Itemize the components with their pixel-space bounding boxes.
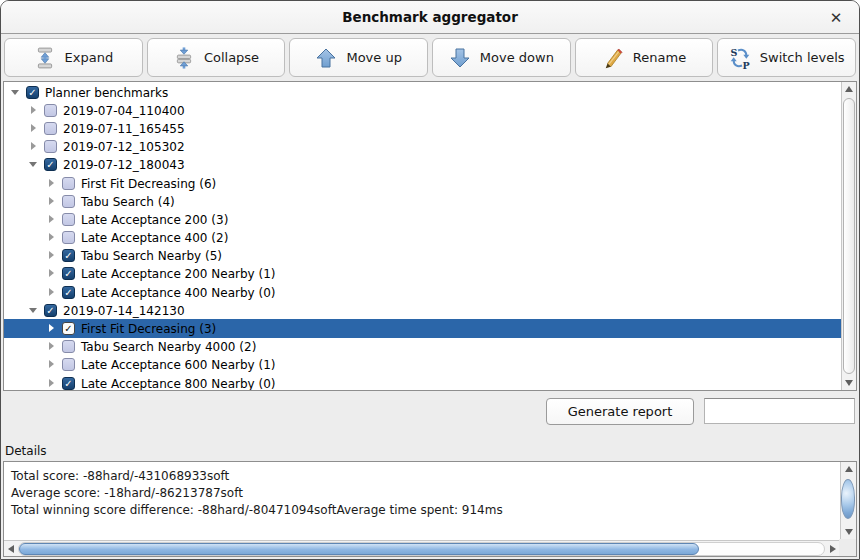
tree-vertical-scrollbar[interactable] [841,82,856,390]
tree-scrollbar-thumb[interactable] [843,98,855,374]
tree-row[interactable]: Late Acceptance 200 (3) [4,210,841,228]
expand-arrow-icon[interactable] [47,341,57,352]
checkbox[interactable]: ✓ [62,377,75,390]
expand-button[interactable]: Expand [4,38,143,77]
scroll-down-icon[interactable] [842,376,856,390]
tree-row[interactable]: ✓First Fit Decreasing (3) [4,319,841,337]
tree-row[interactable]: ✓Late Acceptance 400 Nearby (0) [4,283,841,301]
svg-text:S: S [730,47,737,58]
checkbox[interactable]: ✓ [44,158,57,171]
details-horizontal-scrollbar[interactable] [4,540,839,556]
expand-arrow-icon[interactable] [47,196,57,207]
close-icon[interactable]: ✕ [825,7,847,29]
checkbox[interactable]: ✓ [62,267,75,280]
checkbox[interactable] [62,213,75,226]
checkbox[interactable]: ✓ [62,249,75,262]
tree-row[interactable]: 2019-07-04_110400 [4,101,841,119]
details-vertical-scrollbar[interactable] [840,462,856,539]
move-down-button-label: Move down [480,50,554,65]
tree-row[interactable]: Tabu Search (4) [4,192,841,210]
details-hscroll-thumb[interactable] [19,543,699,555]
tree-row[interactable]: ✓Tabu Search Nearby (5) [4,247,841,265]
switch-levels-icon: S P [729,47,751,69]
scroll-up-icon[interactable] [841,462,856,476]
checkbox[interactable] [62,231,75,244]
switch-levels-button[interactable]: S P Switch levels [717,38,856,77]
collapse-button[interactable]: Collapse [147,38,286,77]
checkbox[interactable] [44,140,57,153]
collapse-arrow-icon[interactable] [11,87,21,98]
move-down-button[interactable]: Move down [432,38,571,77]
generate-report-button[interactable]: Generate report [546,398,694,425]
expand-arrow-icon[interactable] [47,378,57,389]
rename-button-label: Rename [633,50,686,65]
collapse-arrow-icon[interactable] [29,159,39,170]
tree-row[interactable]: ✓Late Acceptance 200 Nearby (1) [4,265,841,283]
tree-row[interactable]: Late Acceptance 600 Nearby (1) [4,356,841,374]
tree-item-label: Late Acceptance 400 (2) [81,230,228,245]
details-line: Average score: -18hard/-86213787soft [11,485,839,502]
tree-row[interactable]: Tabu Search Nearby 4000 (2) [4,338,841,356]
expand-arrow-icon[interactable] [47,287,57,298]
tree-item-label: 2019-07-04_110400 [63,103,185,118]
expand-arrow-icon[interactable] [47,323,57,334]
checkbox[interactable] [44,104,57,117]
tree-item-label: Late Acceptance 200 Nearby (1) [81,266,276,281]
checkbox[interactable] [62,340,75,353]
expand-arrow-icon[interactable] [47,178,57,189]
tree-row[interactable]: First Fit Decreasing (6) [4,174,841,192]
scroll-up-icon[interactable] [842,82,856,96]
details-line: Total score: -88hard/-431068933soft [11,468,839,485]
tree-item-label: 2019-07-12_105302 [63,139,185,154]
tree-item-label: Tabu Search Nearby (5) [81,248,222,263]
move-up-button[interactable]: Move up [289,38,428,77]
tree-row[interactable]: 2019-07-12_105302 [4,138,841,156]
details-vscroll-thumb[interactable] [841,479,855,519]
rename-button[interactable]: Rename [575,38,714,77]
expand-arrow-icon[interactable] [47,232,57,243]
checkbox[interactable] [62,177,75,190]
report-row: Generate report [1,391,859,431]
details-text: Total score: -88hard/-431068933softAvera… [4,462,839,539]
tree-item-label: Planner benchmarks [45,85,168,100]
details-panel: Total score: -88hard/-431068933softAvera… [3,461,857,557]
report-name-field[interactable] [704,398,855,424]
tree-item-label: First Fit Decreasing (6) [81,176,216,191]
checkbox[interactable]: ✓ [62,286,75,299]
checkbox[interactable]: ✓ [62,322,75,335]
expand-arrow-icon[interactable] [29,123,39,134]
tree-row[interactable]: ✓Planner benchmarks [4,83,841,101]
details-hscroll-track[interactable] [18,542,825,556]
benchmark-tree-panel: ✓Planner benchmarks2019-07-04_1104002019… [3,81,857,391]
tree-row[interactable]: ✓Late Acceptance 800 Nearby (0) [4,374,841,390]
expand-arrow-icon[interactable] [29,105,39,116]
tree-item-label: 2019-07-12_180043 [63,157,185,172]
checkbox[interactable] [44,122,57,135]
tree-row[interactable]: Late Acceptance 400 (2) [4,229,841,247]
tree-item-label: Late Acceptance 400 Nearby (0) [81,285,276,300]
tree-row[interactable]: ✓2019-07-14_142130 [4,301,841,319]
expand-arrow-icon[interactable] [29,141,39,152]
move-up-button-label: Move up [346,50,402,65]
tree-item-label: Late Acceptance 200 (3) [81,212,228,227]
expand-arrow-icon[interactable] [47,250,57,261]
rename-icon [602,47,624,69]
tree-row[interactable]: 2019-07-11_165455 [4,119,841,137]
checkbox[interactable]: ✓ [26,86,39,99]
expand-arrow-icon[interactable] [47,214,57,225]
expand-arrow-icon[interactable] [47,268,57,279]
expand-arrow-icon[interactable] [47,359,57,370]
scroll-right-icon[interactable] [826,541,839,556]
window-title: Benchmark aggregator [342,9,518,25]
tree-item-label: Late Acceptance 600 Nearby (1) [81,357,276,372]
collapse-button-label: Collapse [204,50,259,65]
tree-row[interactable]: ✓2019-07-12_180043 [4,156,841,174]
move-up-icon [315,47,337,69]
scroll-left-icon[interactable] [4,541,17,556]
checkbox[interactable]: ✓ [44,304,57,317]
scroll-down-icon[interactable] [841,525,856,539]
checkbox[interactable] [62,358,75,371]
details-label: Details [5,444,859,458]
collapse-arrow-icon[interactable] [29,305,39,316]
checkbox[interactable] [62,195,75,208]
